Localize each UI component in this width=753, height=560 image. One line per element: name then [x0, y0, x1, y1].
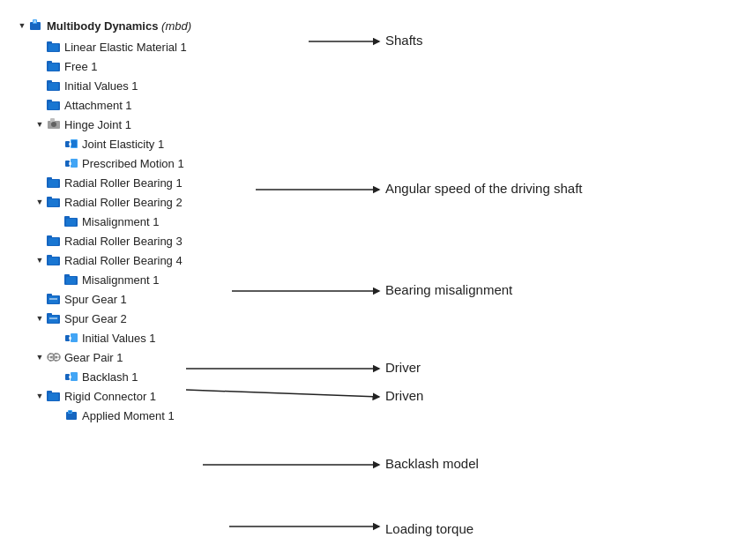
- svg-point-57: [56, 356, 58, 359]
- expander[interactable]: ▼: [34, 198, 46, 206]
- item-label: Linear Elastic Material 1: [64, 41, 187, 54]
- item-label: Radial Roller Bearing 2: [64, 196, 183, 209]
- expander[interactable]: ▼: [34, 392, 46, 400]
- expander: [34, 236, 46, 245]
- expander: [34, 101, 46, 109]
- list-item[interactable]: ▼ Spur Gear 2: [16, 309, 282, 328]
- list-item[interactable]: Misalignment 1: [16, 270, 282, 289]
- svg-rect-58: [49, 354, 51, 355]
- root-expander[interactable]: ▼: [16, 21, 28, 30]
- list-item[interactable]: Radial Roller Bearing 3: [16, 231, 282, 250]
- svg-rect-62: [55, 360, 56, 362]
- annotation-driver: Driver: [385, 360, 421, 375]
- annotation-bearing: Bearing misalignment: [385, 282, 513, 297]
- expander[interactable]: ▼: [34, 120, 46, 129]
- folder-icon: [46, 59, 62, 73]
- svg-rect-59: [49, 360, 51, 362]
- expander[interactable]: ▼: [34, 353, 46, 362]
- svg-point-55: [50, 356, 53, 359]
- svg-rect-21: [69, 143, 71, 146]
- list-item[interactable]: Backlash 1: [16, 367, 282, 386]
- expander[interactable]: ▼: [34, 256, 46, 265]
- item-label: Radial Roller Bearing 4: [64, 254, 183, 267]
- list-item[interactable]: ▼ Radial Roller Bearing 4: [16, 250, 282, 270]
- item-label: Misalignment 1: [82, 273, 159, 287]
- list-item[interactable]: Spur Gear 1: [16, 289, 282, 309]
- gear-pair-icon: [46, 350, 62, 364]
- expander: [34, 42, 46, 51]
- svg-rect-65: [71, 372, 78, 381]
- svg-rect-60: [48, 356, 49, 358]
- item-label: Applied Moment 1: [82, 409, 175, 422]
- expander: [51, 333, 63, 342]
- svg-rect-69: [48, 393, 58, 400]
- joint-elasticity-icon: [63, 137, 79, 151]
- item-label: Initial Values 1: [64, 79, 138, 93]
- folder-icon: [46, 78, 62, 93]
- bearing-icon: [46, 234, 62, 248]
- svg-rect-5: [48, 44, 58, 51]
- svg-rect-23: [71, 159, 78, 168]
- list-item[interactable]: Linear Elastic Material 1: [16, 37, 282, 56]
- list-item[interactable]: Free 1: [16, 56, 282, 76]
- bearing-icon: [46, 195, 62, 209]
- svg-rect-46: [49, 298, 57, 300]
- item-label: Spur Gear 1: [64, 293, 127, 306]
- item-label: Initial Values 1: [82, 332, 156, 345]
- svg-rect-20: [71, 140, 77, 147]
- list-item[interactable]: Radial Roller Bearing 1: [16, 173, 282, 192]
- tree-root[interactable]: ▼ Multibody Dynamics (mbd): [16, 16, 282, 35]
- svg-rect-66: [69, 376, 71, 378]
- item-label: Backlash 1: [82, 370, 138, 384]
- list-item[interactable]: Attachment 1: [16, 95, 282, 115]
- svg-rect-52: [71, 333, 78, 342]
- expander: [51, 372, 63, 381]
- folder-icon: [63, 273, 79, 287]
- list-item[interactable]: ▼ Gear Pair 1: [16, 347, 282, 367]
- annotation-angular: Angular speed of the driving shaft: [385, 181, 583, 196]
- svg-rect-61: [55, 354, 56, 355]
- expander: [34, 295, 46, 303]
- list-item[interactable]: Prescribed Motion 1: [16, 153, 282, 173]
- list-item[interactable]: Initial Values 1: [16, 76, 282, 95]
- list-item[interactable]: ▼ Rigid Connector 1: [16, 386, 282, 406]
- svg-point-17: [51, 122, 56, 127]
- item-label: Rigid Connector 1: [64, 390, 156, 403]
- list-item[interactable]: ▼ Hinge Joint 1: [16, 115, 282, 134]
- svg-rect-36: [48, 238, 58, 245]
- item-label: Radial Roller Bearing 1: [64, 176, 183, 190]
- svg-rect-8: [48, 63, 58, 71]
- svg-rect-2: [34, 20, 36, 23]
- expander: [51, 159, 63, 168]
- item-label: Misalignment 1: [82, 215, 159, 228]
- hinge-icon: [46, 117, 62, 131]
- bearing-icon: [46, 175, 62, 190]
- item-label: Radial Roller Bearing 3: [64, 235, 183, 248]
- expander: [51, 217, 63, 226]
- initial-values-icon: [63, 331, 79, 345]
- list-item[interactable]: Applied Moment 1: [16, 406, 282, 425]
- item-label: Prescribed Motion 1: [82, 157, 184, 170]
- root-label: Multibody Dynamics (mbd): [47, 19, 191, 33]
- svg-rect-11: [48, 83, 58, 90]
- annotation-driven: Driven: [385, 388, 423, 403]
- tree-panel: ▼ Multibody Dynamics (mbd) Linear: [0, 0, 282, 560]
- list-item[interactable]: Joint Elasticity 1: [16, 134, 282, 153]
- item-label: Joint Elasticity 1: [82, 138, 164, 151]
- expander: [51, 275, 63, 284]
- list-item[interactable]: Initial Values 1: [16, 328, 282, 347]
- expander[interactable]: ▼: [34, 314, 46, 323]
- expander: [51, 139, 63, 148]
- list-item[interactable]: ▼ Radial Roller Bearing 2: [16, 192, 282, 212]
- prescribed-motion-icon: [63, 156, 79, 170]
- spur-gear-icon: [46, 292, 62, 306]
- folder-icon: [46, 389, 62, 403]
- folder-icon: [63, 214, 79, 228]
- main-container: ▼ Multibody Dynamics (mbd) Linear: [0, 0, 753, 560]
- svg-rect-24: [69, 162, 71, 165]
- svg-rect-53: [69, 337, 71, 340]
- folder-icon: [46, 98, 62, 112]
- list-item[interactable]: Misalignment 1: [16, 212, 282, 231]
- svg-rect-72: [69, 411, 71, 413]
- expander: [34, 178, 46, 187]
